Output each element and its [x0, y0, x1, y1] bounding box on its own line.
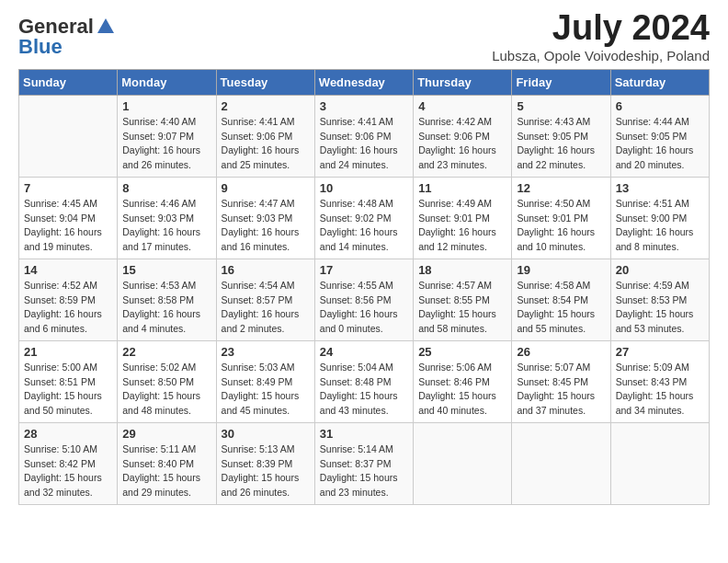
day-number: 6 [616, 99, 704, 113]
day-number: 20 [616, 263, 704, 277]
svg-marker-0 [97, 18, 114, 33]
day-info: Sunrise: 4:52 AMSunset: 8:59 PMDaylight:… [24, 279, 112, 337]
calendar-cell: 2Sunrise: 4:41 AMSunset: 9:06 PMDaylight… [216, 95, 314, 177]
day-info: Sunrise: 4:57 AMSunset: 8:55 PMDaylight:… [418, 279, 506, 337]
day-number: 12 [517, 181, 605, 195]
day-number: 16 [222, 263, 310, 277]
day-number: 28 [24, 427, 112, 441]
calendar-cell [19, 95, 118, 177]
header: General Blue July 2024 Lubsza, Opole Voi… [18, 9, 710, 63]
calendar-cell: 8Sunrise: 4:46 AMSunset: 9:03 PMDaylight… [118, 177, 216, 259]
day-info: Sunrise: 4:55 AMSunset: 8:56 PMDaylight:… [320, 279, 408, 337]
day-number: 7 [24, 181, 112, 195]
header-sunday: Sunday [19, 69, 118, 95]
calendar-cell: 13Sunrise: 4:51 AMSunset: 9:00 PMDayligh… [610, 177, 709, 259]
day-number: 30 [222, 427, 310, 441]
day-number: 13 [616, 181, 704, 195]
calendar-cell: 30Sunrise: 5:13 AMSunset: 8:39 PMDayligh… [216, 422, 314, 504]
calendar-cell: 19Sunrise: 4:58 AMSunset: 8:54 PMDayligh… [512, 259, 610, 340]
day-info: Sunrise: 5:13 AMSunset: 8:39 PMDaylight:… [222, 442, 310, 500]
day-info: Sunrise: 4:49 AMSunset: 9:01 PMDaylight:… [418, 197, 506, 255]
logo-blue-text: Blue [18, 35, 63, 59]
day-info: Sunrise: 4:42 AMSunset: 9:06 PMDaylight:… [418, 115, 506, 173]
header-monday: Monday [118, 69, 216, 95]
day-number: 19 [517, 263, 605, 277]
calendar-cell: 17Sunrise: 4:55 AMSunset: 8:56 PMDayligh… [314, 259, 413, 340]
calendar-cell: 26Sunrise: 5:07 AMSunset: 8:45 PMDayligh… [512, 340, 610, 422]
day-number: 1 [122, 99, 210, 113]
calendar-cell: 7Sunrise: 4:45 AMSunset: 9:04 PMDaylight… [19, 177, 118, 259]
header-tuesday: Tuesday [216, 69, 314, 95]
day-info: Sunrise: 5:00 AMSunset: 8:51 PMDaylight:… [24, 361, 112, 419]
calendar-cell: 11Sunrise: 4:49 AMSunset: 9:01 PMDayligh… [414, 177, 512, 259]
day-info: Sunrise: 4:41 AMSunset: 9:06 PMDaylight:… [222, 115, 310, 173]
day-number: 27 [616, 345, 704, 359]
calendar-cell: 12Sunrise: 4:50 AMSunset: 9:01 PMDayligh… [512, 177, 610, 259]
calendar-cell: 6Sunrise: 4:44 AMSunset: 9:05 PMDaylight… [610, 95, 709, 177]
calendar-cell: 28Sunrise: 5:10 AMSunset: 8:42 PMDayligh… [19, 422, 118, 504]
day-info: Sunrise: 4:46 AMSunset: 9:03 PMDaylight:… [122, 197, 210, 255]
calendar-cell [610, 422, 709, 504]
calendar-cell: 27Sunrise: 5:09 AMSunset: 8:43 PMDayligh… [610, 340, 709, 422]
day-info: Sunrise: 4:54 AMSunset: 8:57 PMDaylight:… [222, 279, 310, 337]
calendar-cell: 14Sunrise: 4:52 AMSunset: 8:59 PMDayligh… [19, 259, 118, 340]
day-number: 18 [418, 263, 506, 277]
day-number: 9 [222, 181, 310, 195]
day-info: Sunrise: 5:06 AMSunset: 8:46 PMDaylight:… [418, 361, 506, 419]
calendar-cell: 4Sunrise: 4:42 AMSunset: 9:06 PMDaylight… [414, 95, 512, 177]
day-info: Sunrise: 4:50 AMSunset: 9:01 PMDaylight:… [517, 197, 605, 255]
day-number: 26 [517, 345, 605, 359]
day-info: Sunrise: 5:03 AMSunset: 8:49 PMDaylight:… [222, 361, 310, 419]
day-info: Sunrise: 5:04 AMSunset: 8:48 PMDaylight:… [320, 361, 408, 419]
calendar-table: SundayMondayTuesdayWednesdayThursdayFrid… [18, 69, 710, 505]
calendar-cell: 24Sunrise: 5:04 AMSunset: 8:48 PMDayligh… [314, 340, 413, 422]
day-info: Sunrise: 5:02 AMSunset: 8:50 PMDaylight:… [122, 361, 210, 419]
day-number: 15 [122, 263, 210, 277]
calendar-cell: 23Sunrise: 5:03 AMSunset: 8:49 PMDayligh… [216, 340, 314, 422]
header-thursday: Thursday [414, 69, 512, 95]
day-info: Sunrise: 4:45 AMSunset: 9:04 PMDaylight:… [24, 197, 112, 255]
calendar-cell [414, 422, 512, 504]
day-number: 10 [320, 181, 408, 195]
header-wednesday: Wednesday [314, 69, 413, 95]
subtitle: Lubsza, Opole Voivodeship, Poland [492, 48, 710, 63]
day-info: Sunrise: 4:40 AMSunset: 9:07 PMDaylight:… [122, 115, 210, 173]
calendar-cell: 15Sunrise: 4:53 AMSunset: 8:58 PMDayligh… [118, 259, 216, 340]
calendar-cell: 20Sunrise: 4:59 AMSunset: 8:53 PMDayligh… [610, 259, 709, 340]
calendar-cell: 18Sunrise: 4:57 AMSunset: 8:55 PMDayligh… [414, 259, 512, 340]
calendar-cell: 3Sunrise: 4:41 AMSunset: 9:06 PMDaylight… [314, 95, 413, 177]
day-number: 23 [222, 345, 310, 359]
header-friday: Friday [512, 69, 610, 95]
header-row: SundayMondayTuesdayWednesdayThursdayFrid… [19, 69, 710, 95]
day-info: Sunrise: 5:09 AMSunset: 8:43 PMDaylight:… [616, 361, 704, 419]
day-number: 11 [418, 181, 506, 195]
day-number: 29 [122, 427, 210, 441]
calendar-cell: 9Sunrise: 4:47 AMSunset: 9:03 PMDaylight… [216, 177, 314, 259]
main-title: July 2024 [492, 9, 710, 48]
week-row-2: 7Sunrise: 4:45 AMSunset: 9:04 PMDaylight… [19, 177, 710, 259]
day-info: Sunrise: 4:58 AMSunset: 8:54 PMDaylight:… [517, 279, 605, 337]
calendar-cell: 16Sunrise: 4:54 AMSunset: 8:57 PMDayligh… [216, 259, 314, 340]
calendar-cell: 25Sunrise: 5:06 AMSunset: 8:46 PMDayligh… [414, 340, 512, 422]
calendar-cell [512, 422, 610, 504]
day-number: 4 [418, 99, 506, 113]
calendar-cell: 31Sunrise: 5:14 AMSunset: 8:37 PMDayligh… [314, 422, 413, 504]
calendar-cell: 21Sunrise: 5:00 AMSunset: 8:51 PMDayligh… [19, 340, 118, 422]
day-info: Sunrise: 5:14 AMSunset: 8:37 PMDaylight:… [320, 442, 408, 500]
day-number: 2 [222, 99, 310, 113]
day-number: 31 [320, 427, 408, 441]
day-number: 21 [24, 345, 112, 359]
day-info: Sunrise: 4:51 AMSunset: 9:00 PMDaylight:… [616, 197, 704, 255]
day-info: Sunrise: 5:11 AMSunset: 8:40 PMDaylight:… [122, 442, 210, 500]
day-number: 25 [418, 345, 506, 359]
title-area: July 2024 Lubsza, Opole Voivodeship, Pol… [492, 9, 710, 63]
day-number: 14 [24, 263, 112, 277]
logo: General Blue [18, 9, 116, 59]
day-info: Sunrise: 4:44 AMSunset: 9:05 PMDaylight:… [616, 115, 704, 173]
header-saturday: Saturday [610, 69, 709, 95]
day-info: Sunrise: 4:43 AMSunset: 9:05 PMDaylight:… [517, 115, 605, 173]
week-row-1: 1Sunrise: 4:40 AMSunset: 9:07 PMDaylight… [19, 95, 710, 177]
day-info: Sunrise: 4:47 AMSunset: 9:03 PMDaylight:… [222, 197, 310, 255]
day-info: Sunrise: 5:07 AMSunset: 8:45 PMDaylight:… [517, 361, 605, 419]
calendar-cell: 5Sunrise: 4:43 AMSunset: 9:05 PMDaylight… [512, 95, 610, 177]
